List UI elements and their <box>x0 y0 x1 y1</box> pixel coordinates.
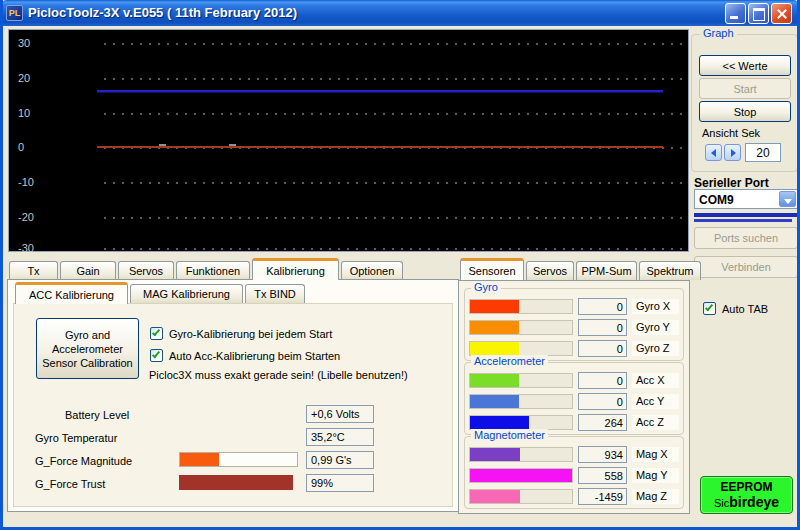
decrease-seconds-button[interactable] <box>705 144 722 161</box>
gyro-z-bar-fill <box>470 342 519 355</box>
tab-gain[interactable]: Gain <box>60 261 116 280</box>
mag-x-value: 934 <box>578 446 627 463</box>
g-force-magnitude-bar-fill <box>180 453 219 466</box>
start-button[interactable]: Start <box>699 78 791 99</box>
acc-z-label: Acc Z <box>632 415 679 430</box>
gyro-group-label: Gyro <box>471 281 501 293</box>
minimize-button[interactable] <box>725 3 746 24</box>
verbinden-button[interactable]: Verbinden <box>694 256 798 278</box>
tab-kalibrierung[interactable]: Kalibrierung <box>252 258 339 280</box>
tab-servos-right[interactable]: Servos <box>526 261 574 280</box>
mag-y-bar <box>469 468 573 483</box>
serial-indicator-line <box>694 213 798 217</box>
acc-x-bar <box>469 373 573 388</box>
acc-y-bar <box>469 394 573 409</box>
acc-y-bar-fill <box>470 395 519 408</box>
g-force-magnitude-value: 0,99 G's <box>306 451 374 469</box>
seconds-input[interactable] <box>745 143 781 162</box>
ports-suchen-button[interactable]: Ports suchen <box>694 227 798 249</box>
chevron-down-icon[interactable] <box>779 191 796 207</box>
gyro-temperatur-label: Gyro Temperatur <box>35 432 117 444</box>
stop-button[interactable]: Stop <box>699 101 791 122</box>
red-trace-line <box>97 146 663 148</box>
graph-group-label: Graph <box>700 27 737 39</box>
increase-seconds-button[interactable] <box>724 144 741 161</box>
blue-trace-line <box>97 90 663 92</box>
mag-x-label: Mag X <box>632 447 679 462</box>
magnetometer-group-label: Magnetometer <box>471 429 548 441</box>
tab-funktionen[interactable]: Funktionen <box>176 261 250 280</box>
gridline <box>104 43 682 45</box>
accelerometer-group: Accelerometer 0 Acc X 0 Acc Y 264 Acc Z <box>464 362 684 435</box>
mag-x-bar-fill <box>470 448 520 461</box>
g-force-trust-bar-fill <box>180 476 292 489</box>
close-button[interactable] <box>771 3 792 24</box>
gyro-x-value: 0 <box>578 298 627 315</box>
battery-level-value: +0,6 Volts <box>306 405 374 423</box>
y-axis-tick: -30 <box>18 242 34 254</box>
gridline <box>104 182 682 184</box>
y-axis-tick: 0 <box>18 141 24 153</box>
sensor-row: -1459 Mag Z <box>469 488 679 505</box>
graph-plot-area: 30 20 10 0 -10 -20 -30 <box>8 29 689 252</box>
gyro-group: Gyro 0 Gyro X 0 Gyro Y 0 Gyro Z <box>464 288 684 361</box>
mag-y-label: Mag Y <box>632 468 679 483</box>
tab-spektrum[interactable]: Spektrum <box>639 261 701 280</box>
gyro-calibration-checkbox-label: Gyro-Kalibrierung bei jedem Start <box>169 328 332 340</box>
acc-x-bar-fill <box>470 374 519 387</box>
title-bar: PL PiclocToolz-3X v.E055 ( 11th February… <box>0 0 800 26</box>
g-force-magnitude-label: G_Force Magnitude <box>35 455 132 467</box>
eeprom-button-line1: EEPROM <box>701 480 792 494</box>
com-port-select[interactable]: COM9 <box>694 189 798 209</box>
tab-tx-bind[interactable]: Tx BIND <box>245 284 305 303</box>
magnetometer-group: Magnetometer 934 Mag X 558 Mag Y -1459 M… <box>464 436 684 509</box>
checkmark-icon <box>152 350 160 359</box>
sensor-row: 0 Gyro X <box>469 298 679 315</box>
auto-tab-label: Auto TAB <box>722 303 768 315</box>
mag-z-value: -1459 <box>578 488 627 505</box>
checkmark-icon <box>705 303 713 312</box>
auto-acc-calibration-checkbox[interactable] <box>150 349 163 362</box>
g-force-trust-label: G_Force Trust <box>35 478 105 490</box>
acc-y-label: Acc Y <box>632 394 679 409</box>
gyro-y-value: 0 <box>578 319 627 336</box>
sensor-row: 558 Mag Y <box>469 467 679 484</box>
app-window: PL PiclocToolz-3X v.E055 ( 11th February… <box>0 0 800 530</box>
serial-port-label: Serieller Port <box>694 176 769 190</box>
mag-z-bar <box>469 489 573 504</box>
checkmark-icon <box>152 328 160 337</box>
sensor-row: 934 Mag X <box>469 446 679 463</box>
tab-tx[interactable]: Tx <box>9 261 58 280</box>
maximize-button[interactable] <box>748 3 769 24</box>
gyro-z-label: Gyro Z <box>632 341 679 356</box>
tab-optionen[interactable]: Optionen <box>341 261 403 280</box>
y-axis-tick: 30 <box>18 37 30 49</box>
calibration-button-line: Gyro and <box>65 328 110 342</box>
mag-x-bar <box>469 447 573 462</box>
tab-mag-kalibrierung[interactable]: MAG Kalibrierung <box>130 284 243 303</box>
tab-servos[interactable]: Servos <box>118 261 174 280</box>
acc-y-value: 0 <box>578 393 627 410</box>
tab-acc-kalibrierung[interactable]: ACC Kalibrierung <box>15 282 128 304</box>
eeprom-save-button[interactable]: EEPROM Sicbirdeye <box>700 476 793 514</box>
sensor-calibration-button[interactable]: Gyro and Accelerometer Sensor Calibratio… <box>36 318 139 379</box>
calibration-button-line: Sensor Calibration <box>42 356 133 370</box>
auto-tab-checkbox[interactable] <box>703 302 716 315</box>
battery-level-label: Battery Level <box>65 409 129 421</box>
g-force-trust-bar <box>179 475 293 490</box>
tab-sensoren[interactable]: Sensoren <box>460 258 524 280</box>
auto-acc-calibration-checkbox-label: Auto Acc-Kalibrierung beim Starten <box>169 350 340 362</box>
sensor-row: 0 Acc Y <box>469 393 679 410</box>
gyro-x-bar-fill <box>470 300 519 313</box>
gyro-x-bar <box>469 299 573 314</box>
tab-ppm-sum[interactable]: PPM-Sum <box>576 261 637 280</box>
window-title: PiclocToolz-3X v.E055 ( 11th February 20… <box>28 5 297 20</box>
gyro-calibration-checkbox[interactable] <box>150 327 163 340</box>
werte-button[interactable]: << Werte <box>699 55 791 76</box>
mag-z-label: Mag Z <box>632 489 679 504</box>
app-icon: PL <box>6 5 23 21</box>
trace-marker <box>159 144 166 146</box>
y-axis-tick: -10 <box>18 176 34 188</box>
sensor-row: 0 Acc X <box>469 372 679 389</box>
gridline <box>104 217 682 219</box>
